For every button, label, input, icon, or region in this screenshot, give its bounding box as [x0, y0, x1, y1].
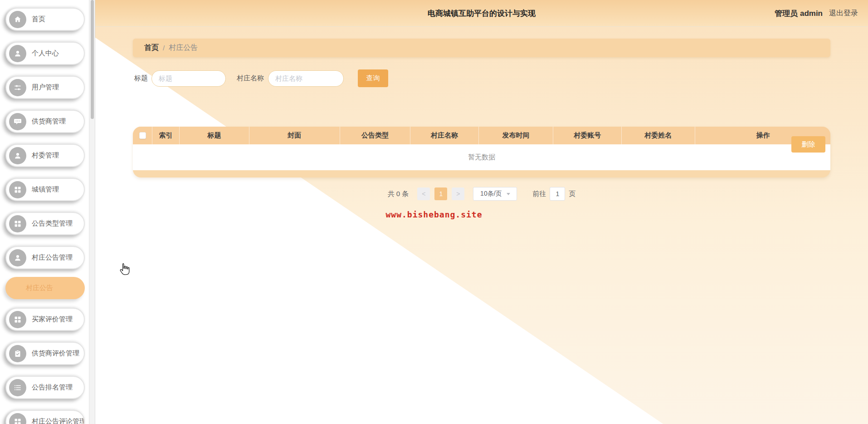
- sidebar-scrollbar[interactable]: [89, 0, 95, 424]
- page-title: 电商城镇互助平台的设计与实现: [95, 0, 868, 27]
- user-icon: [9, 147, 26, 164]
- sidebar-item[interactable]: 供货商评价管理: [5, 342, 85, 365]
- sidebar-item[interactable]: 买家评价管理: [5, 308, 85, 331]
- search-form: 标题 村庄名称 查询: [134, 69, 868, 87]
- table-header-cell: 标题: [180, 127, 249, 144]
- breadcrumb: 首页 / 村庄公告: [133, 39, 830, 57]
- sidebar-item[interactable]: 个人中心: [5, 42, 85, 65]
- main-area: 电商城镇互助平台的设计与实现 管理员 admin 退出登录 首页 / 村庄公告 …: [95, 0, 868, 424]
- grid-icon: [9, 215, 26, 232]
- list-icon: [9, 379, 26, 396]
- logout-link[interactable]: 退出登录: [829, 9, 858, 18]
- chevron-down-icon: [507, 193, 510, 195]
- watermark-url: www.bishebang.site: [95, 210, 773, 219]
- table-body: 暂无数据: [133, 144, 830, 170]
- table-header-cell: 索引: [152, 127, 180, 144]
- clipboard-icon: [9, 345, 26, 362]
- user-box: 管理员 admin 退出登录: [775, 0, 858, 27]
- page-size-value: 10条/页: [480, 190, 502, 198]
- sidebar-item-label: 公告类型管理: [32, 219, 73, 228]
- top-header-bar: 电商城镇互助平台的设计与实现 管理员 admin 退出登录: [95, 0, 868, 27]
- select-all-cell: [133, 127, 152, 144]
- sidebar-item-label: 村庄公告: [26, 284, 53, 292]
- breadcrumb-home-link[interactable]: 首页: [144, 43, 159, 53]
- delete-button[interactable]: 删除: [791, 136, 825, 153]
- page-suffix-label: 页: [569, 190, 575, 198]
- sidebar-menu: 首页 个人中心 用户管理 供货商管理 村委管理: [0, 8, 89, 424]
- query-button[interactable]: 查询: [358, 69, 388, 87]
- empty-state-text: 暂无数据: [468, 153, 495, 162]
- table-header-cell: 封面: [249, 127, 340, 144]
- sidebar-item-label: 供货商评价管理: [32, 349, 79, 358]
- sidebar-item[interactable]: 用户管理: [5, 76, 85, 99]
- village-field-label: 村庄名称: [237, 74, 264, 83]
- title-search-input[interactable]: [151, 70, 226, 87]
- grid-icon: [9, 413, 26, 424]
- sidebar-item[interactable]: 村庄公告管理: [5, 246, 85, 269]
- table-header-cell: 发布时间: [479, 127, 554, 144]
- current-user-label: 管理员 admin: [775, 8, 823, 19]
- sidebar-item-label: 个人中心: [32, 49, 59, 58]
- sidebar-item[interactable]: 公告类型管理: [5, 212, 85, 235]
- sidebar-item[interactable]: 村委管理: [5, 144, 85, 167]
- breadcrumb-current: 村庄公告: [169, 43, 198, 53]
- sidebar-item-label: 村庄公告评论管理: [32, 417, 85, 424]
- sidebar-item-label: 村庄公告管理: [32, 253, 73, 262]
- sidebar-item[interactable]: 首页: [5, 8, 85, 31]
- title-field-label: 标题: [134, 74, 148, 83]
- user-icon: [9, 249, 26, 266]
- breadcrumb-separator: /: [163, 44, 165, 52]
- table-header-cell: 村庄名称: [410, 127, 479, 144]
- total-count-label: 共 0 条: [388, 190, 409, 198]
- select-all-checkbox[interactable]: [139, 132, 146, 139]
- table-header-row: 索引 标题 封面 公告类型 村庄名称 发布时间 村委账号 村委姓名 操作: [133, 127, 830, 144]
- sidebar-item-label: 买家评价管理: [32, 315, 73, 324]
- chat-icon: [9, 113, 26, 130]
- sidebar-item[interactable]: 公告排名管理: [5, 376, 85, 399]
- village-search-input[interactable]: [268, 70, 344, 87]
- sidebar-item-label: 用户管理: [32, 83, 59, 92]
- next-page-button[interactable]: >: [452, 187, 464, 200]
- table-header-cell: 公告类型: [340, 127, 410, 144]
- announcement-table: 索引 标题 封面 公告类型 村庄名称 发布时间 村委账号 村委姓名 操作: [133, 127, 830, 177]
- sidebar-item[interactable]: 供货商管理: [5, 110, 85, 133]
- table-header-cell: 村委账号: [553, 127, 622, 144]
- goto-label: 前往: [532, 190, 546, 198]
- table-header-cell: 村委姓名: [622, 127, 695, 144]
- prev-page-button[interactable]: <: [417, 187, 430, 200]
- sidebar-item-label: 首页: [32, 15, 45, 24]
- goto-page-input[interactable]: [550, 187, 565, 201]
- current-page-button[interactable]: 1: [434, 187, 447, 200]
- sidebar-item[interactable]: 村庄公告: [5, 277, 85, 299]
- sliders-icon: [9, 79, 26, 96]
- sidebar-item-label: 供货商管理: [32, 117, 66, 126]
- sidebar: 首页 个人中心 用户管理 供货商管理 村委管理: [0, 0, 89, 424]
- sidebar-item[interactable]: 村庄公告评论管理: [5, 410, 85, 424]
- sidebar-item[interactable]: 城镇管理: [5, 178, 85, 201]
- page-size-select[interactable]: 10条/页: [473, 187, 517, 201]
- home-icon: [9, 11, 26, 28]
- scrollbar-thumb[interactable]: [91, 0, 94, 119]
- sidebar-item-label: 村委管理: [32, 151, 59, 160]
- grid-icon: [9, 311, 26, 328]
- pagination: 共 0 条 < 1 > 10条/页 前往 页: [95, 187, 868, 201]
- user-icon: [9, 45, 26, 62]
- sidebar-item-label: 城镇管理: [32, 185, 59, 194]
- grid-icon: [9, 181, 26, 198]
- sidebar-item-label: 公告排名管理: [32, 383, 73, 392]
